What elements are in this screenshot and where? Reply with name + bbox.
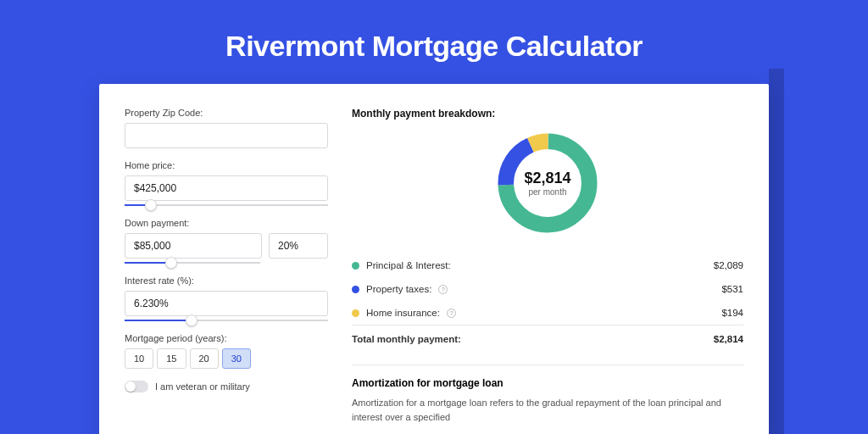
slider-thumb[interactable] [165,257,177,269]
legend-value: $194 [721,308,743,318]
amortization-title: Amortization for mortgage loan [352,377,743,389]
slider-thumb[interactable] [145,199,157,211]
down-amount-input[interactable] [125,233,262,259]
info-icon[interactable]: ? [438,285,448,294]
period-30-button[interactable]: 30 [222,348,251,369]
period-label: Mortgage period (years): [125,333,328,343]
total-value: $2,814 [714,334,743,344]
zip-label: Property Zip Code: [125,108,328,118]
dot-icon [352,286,359,293]
down-label: Down payment: [125,218,328,228]
legend-label: Principal & Interest: [366,260,451,270]
payment-donut-chart: $2,814 per month [492,128,603,238]
slider-thumb[interactable] [186,314,198,326]
period-button-group: 10 15 20 30 [125,348,328,369]
legend-taxes: Property taxes: ? $531 [352,277,743,301]
calculator-card: Property Zip Code: Home price: Down paym… [99,84,769,434]
rate-input[interactable] [125,291,328,316]
breakdown-column: Monthly payment breakdown: $2,814 per mo… [352,108,743,424]
legend-label: Home insurance: [366,308,440,318]
inputs-column: Property Zip Code: Home price: Down paym… [125,108,328,424]
amortization-text: Amortization for a mortgage loan refers … [352,396,743,424]
price-label: Home price: [125,160,328,170]
legend-value: $531 [721,284,743,294]
period-15-button[interactable]: 15 [157,348,186,369]
legend-insurance: Home insurance: ? $194 [352,301,743,325]
veteran-toggle[interactable] [125,381,148,392]
zip-input[interactable] [125,123,328,148]
legend-value: $2,089 [714,260,743,270]
rate-label: Interest rate (%): [125,275,328,286]
legend-principal: Principal & Interest: $2,089 [352,253,743,277]
donut-amount: $2,814 [524,170,570,187]
veteran-label: I am veteran or military [155,381,250,392]
breakdown-title: Monthly payment breakdown: [352,108,743,120]
dot-icon [352,309,359,317]
legend-label: Property taxes: [366,284,431,294]
amortization-section: Amortization for mortgage loan Amortizat… [352,364,743,424]
rate-slider[interactable] [125,320,328,321]
legend-total: Total monthly payment: $2,814 [352,325,743,351]
period-10-button[interactable]: 10 [125,348,153,369]
toggle-knob [125,381,136,392]
price-slider[interactable] [125,204,328,206]
total-label: Total monthly payment: [352,334,461,344]
period-20-button[interactable]: 20 [190,348,219,369]
page-title: Rivermont Mortgage Calculator [0,0,868,84]
down-slider[interactable] [125,262,260,264]
donut-sublabel: per month [528,187,566,197]
down-percent-input[interactable] [269,233,328,259]
price-input[interactable] [125,175,328,201]
dot-icon [352,262,359,270]
info-icon[interactable]: ? [447,309,456,318]
